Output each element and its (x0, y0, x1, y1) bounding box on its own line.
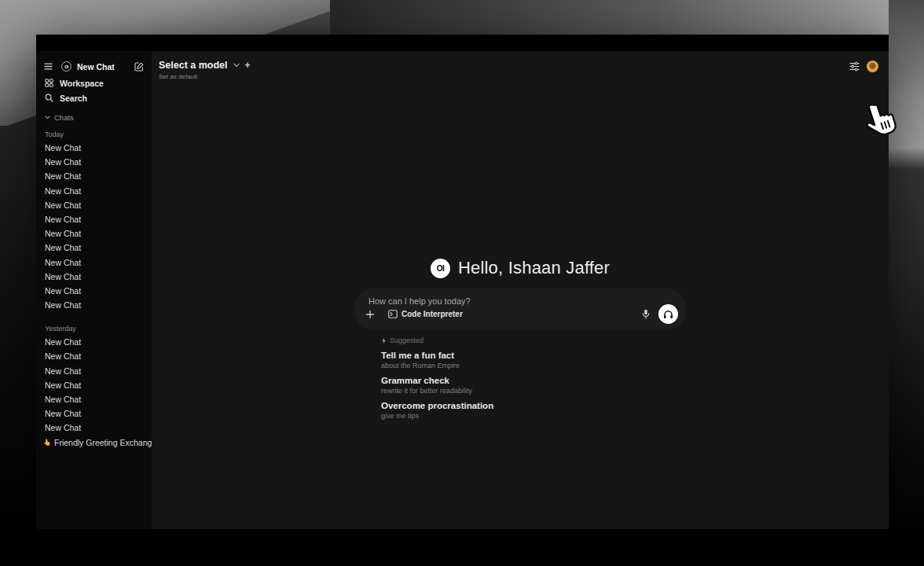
lightning-bolt-icon (381, 337, 387, 344)
chat-list-item[interactable]: New Chat (36, 349, 152, 363)
chat-list-item[interactable]: New Chat (36, 141, 152, 155)
suggestion-title: Tell me a fun fact (381, 351, 685, 360)
user-avatar[interactable] (867, 61, 878, 72)
chat-list-item[interactable]: New Chat (36, 392, 152, 406)
greeting-text: Hello, Ishaan Jaffer (458, 258, 610, 278)
add-model-button[interactable]: + (245, 60, 251, 71)
chat-list-item-named[interactable]: Friendly Greeting Exchange (36, 436, 152, 450)
chat-group-label-yesterday: Yesterday (36, 312, 152, 335)
sidebar-item-search[interactable]: Search (36, 90, 152, 105)
chat-list-item[interactable]: New Chat (36, 421, 152, 435)
chat-list-item[interactable]: New Chat (36, 212, 152, 226)
chat-list-item[interactable]: New Chat (36, 226, 152, 241)
suggestion-subtitle: about the Roman Empire (381, 362, 685, 369)
suggestion-list: Tell me a fun fact about the Roman Empir… (381, 351, 685, 420)
chat-list-item[interactable]: New Chat (36, 255, 152, 270)
chat-list-item[interactable]: New Chat (36, 270, 152, 284)
suggested-label: Suggested (390, 336, 424, 344)
app-logo-icon: OI (61, 61, 72, 72)
sidebar-header: OI New Chat (36, 51, 152, 75)
chats-section-label: Chats (54, 113, 74, 122)
suggestion-title: Grammar check (381, 376, 685, 385)
sidebar-title: New Chat (77, 62, 115, 72)
new-chat-icon[interactable] (134, 62, 144, 72)
chat-list-item[interactable]: New Chat (36, 198, 152, 212)
chat-main: Select a model + Set as default OI Hello… (152, 51, 889, 529)
chevron-down-icon (233, 63, 240, 68)
app-logo-icon: OI (431, 259, 450, 278)
welcome-panel: OI Hello, Ishaan Jaffer How can I help y… (355, 258, 685, 420)
search-label: Search (60, 94, 87, 103)
workspace-label: Workspace (60, 79, 104, 88)
chat-list-item[interactable]: New Chat (36, 406, 152, 421)
message-input-card[interactable]: How can I help you today? Code Interpret… (355, 289, 685, 329)
chat-list-today: New ChatNew ChatNew ChatNew ChatNew Chat… (36, 141, 152, 312)
chat-list-item[interactable]: New Chat (36, 284, 152, 298)
sidebar: OI New Chat Workspace Search (36, 51, 152, 529)
set-as-default-button[interactable]: Set as default (159, 73, 251, 80)
microphone-icon[interactable] (642, 309, 650, 319)
model-selector-label: Select a model (159, 60, 228, 71)
chat-list-item[interactable]: New Chat (36, 335, 152, 349)
search-icon (45, 94, 53, 102)
chat-list-item[interactable]: New Chat (36, 155, 152, 169)
model-selector-bar: Select a model + Set as default (159, 60, 251, 80)
suggestion-item[interactable]: Tell me a fun fact about the Roman Empir… (381, 351, 685, 369)
chats-section-toggle[interactable]: Chats (36, 112, 152, 123)
code-interpreter-toggle[interactable]: Code Interpreter (388, 310, 463, 318)
code-interpreter-icon (388, 310, 398, 318)
chat-list-item[interactable]: New Chat (36, 241, 152, 255)
headphones-icon (663, 310, 673, 319)
wave-emoji-icon (43, 439, 51, 447)
model-selector[interactable]: Select a model + (159, 60, 251, 71)
suggestion-subtitle: rewrite it for better readability (381, 387, 685, 395)
suggested-header: Suggested (381, 336, 685, 344)
suggestion-subtitle: give me tips (381, 412, 685, 420)
suggestion-item[interactable]: Grammar check rewrite it for better read… (381, 376, 685, 395)
named-chat-label: Friendly Greeting Exchange (54, 438, 152, 447)
window-top-strip (36, 35, 889, 51)
desktop-background-right-band (889, 0, 924, 546)
greeting-row: OI Hello, Ishaan Jaffer (355, 258, 685, 278)
sidebar-item-workspace[interactable]: Workspace (36, 75, 152, 90)
topbar-right-controls (849, 61, 878, 72)
chat-list-yesterday: New ChatNew ChatNew ChatNew ChatNew Chat… (36, 335, 152, 435)
desktop-background-top-band (330, 0, 924, 35)
chat-list-item[interactable]: New Chat (36, 298, 152, 312)
app-window: OI New Chat Workspace Search (36, 35, 889, 529)
settings-sliders-icon[interactable] (849, 61, 860, 72)
chevron-down-icon (45, 116, 50, 119)
chat-list-item[interactable]: New Chat (36, 184, 152, 198)
chat-list-item[interactable]: New Chat (36, 364, 152, 378)
code-interpreter-label: Code Interpreter (402, 310, 463, 318)
chat-group-label-today: Today (36, 123, 152, 141)
input-toolbar: Code Interpreter (365, 304, 678, 324)
suggested-section: Suggested Tell me a fun fact about the R… (355, 336, 685, 420)
chat-list-item[interactable]: New Chat (36, 169, 152, 183)
menu-icon[interactable] (44, 63, 53, 70)
plus-icon[interactable] (365, 310, 375, 319)
suggestion-title: Overcome procrastination (381, 401, 685, 410)
workspace-grid-icon (45, 79, 53, 87)
voice-call-button[interactable] (658, 304, 678, 324)
chat-list-item[interactable]: New Chat (36, 378, 152, 392)
suggestion-item[interactable]: Overcome procrastination give me tips (381, 401, 685, 420)
